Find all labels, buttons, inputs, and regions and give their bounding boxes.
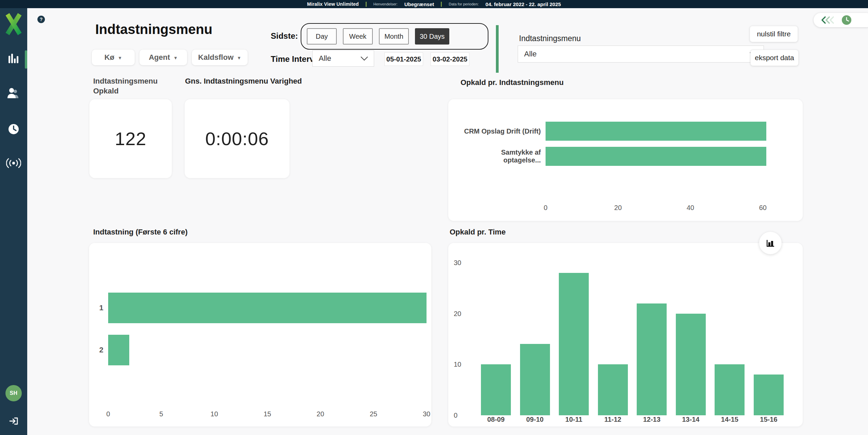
chart-calls-per-menu: CRM Opslag Drift (Drift)Samtykke af opta… xyxy=(448,99,803,221)
y-axis: 0102030 xyxy=(454,263,467,415)
chevron-down-icon: ▼ xyxy=(173,55,178,60)
x-axis-tick: 15 xyxy=(264,410,271,418)
sidste-label: Sidste: xyxy=(271,31,298,41)
x-axis-label: 10-11 xyxy=(559,416,589,426)
kpi-value: 122 xyxy=(89,99,172,178)
active-nav-indicator xyxy=(25,50,27,69)
kpi-value: 0:00:06 xyxy=(185,99,289,178)
bar-chart-icon xyxy=(7,53,20,64)
double-chevron-left-icon xyxy=(821,16,837,24)
x-axis-tick: 0 xyxy=(544,204,547,212)
kpi-card-calls: 122 xyxy=(89,99,172,178)
help-button[interactable]: ? xyxy=(37,16,45,23)
collapse-panel-button[interactable] xyxy=(814,13,868,27)
menu-filter-label: Indtastningsmenu xyxy=(519,34,581,43)
bar xyxy=(546,122,766,141)
topbar-divider xyxy=(366,2,367,7)
sidebar-item-agents[interactable] xyxy=(0,84,27,102)
sidebar-item-live[interactable] xyxy=(0,154,27,172)
x-axis-tick: 25 xyxy=(370,410,377,418)
x-axis-tick: 5 xyxy=(159,410,163,418)
menu-filter-select[interactable]: Alle xyxy=(518,46,764,63)
x-axis-label: 14-15 xyxy=(715,416,745,426)
time-interval-value: Alle xyxy=(319,54,331,63)
bar xyxy=(520,344,550,415)
chart-title: Opkald pr. Indtastningsmenu xyxy=(461,78,564,87)
x-axis-label: 12-13 xyxy=(637,416,667,426)
page-title: Indtastningsmenu xyxy=(95,22,212,37)
miralix-logo[interactable] xyxy=(4,13,23,35)
y-axis-tick: 20 xyxy=(454,310,461,317)
bar xyxy=(546,147,766,166)
top-bar: Miralix View Unlimited Henvendelser: Ube… xyxy=(0,0,868,8)
bar xyxy=(481,364,511,415)
brand-title: Miralix View Unlimited xyxy=(307,1,359,7)
bar xyxy=(715,364,745,415)
bar-row: CRM Opslag Drift (Drift) xyxy=(462,122,781,141)
avatar[interactable]: SH xyxy=(5,385,22,401)
chevron-down-icon xyxy=(360,56,368,61)
kpi-label: Gns. Indtastningsmenu Varighed xyxy=(185,76,302,86)
accent-divider xyxy=(496,25,499,73)
range-button-day[interactable]: Day xyxy=(307,28,337,45)
reset-filters-button[interactable]: nulstil filtre xyxy=(750,26,798,42)
bar-rows: 12 xyxy=(96,293,427,377)
x-axis-label: 13-14 xyxy=(676,416,706,426)
broadcast-icon xyxy=(6,158,21,169)
sidebar-item-statistics[interactable] xyxy=(0,50,27,67)
x-axis-tick: 40 xyxy=(687,204,694,212)
plot-area xyxy=(481,263,784,415)
range-button-30-days[interactable]: 30 Days xyxy=(415,28,449,45)
clock-icon xyxy=(8,123,19,135)
range-button-month[interactable]: Month xyxy=(379,28,409,45)
bar-chart-icon xyxy=(765,238,775,248)
date-from-value: 05-01-2025 xyxy=(386,55,421,63)
range-button-week[interactable]: Week xyxy=(343,28,373,45)
menu-filter-value: Alle xyxy=(524,50,537,58)
bar xyxy=(754,375,784,415)
chevron-down-icon: ▼ xyxy=(118,55,122,60)
main-content: ? Indtastningsmenu Kø▼Agent▼Kaldsflow▼ S… xyxy=(27,8,868,435)
range-button-group: DayWeekMonth30 Days xyxy=(301,23,488,50)
avatar-initials: SH xyxy=(10,390,17,396)
time-interval-select[interactable]: Alle xyxy=(312,50,374,67)
date-to-input[interactable]: 03-02-2025 xyxy=(431,52,469,66)
logout-icon[interactable] xyxy=(9,416,19,426)
sidebar-item-time[interactable] xyxy=(0,120,27,138)
bar xyxy=(598,364,628,415)
kpi-label: Indtastningsmenu Opkald xyxy=(93,76,161,96)
chart-type-toggle-button[interactable] xyxy=(759,232,782,254)
bar xyxy=(559,273,589,415)
clock-icon xyxy=(841,15,852,25)
bar xyxy=(108,293,427,323)
export-data-button[interactable]: eksport data xyxy=(750,50,799,66)
bar-row: 2 xyxy=(96,335,427,365)
chart-title: Indtastning (Første 6 cifre) xyxy=(93,228,187,237)
bar-row: Samtykke af optagelse... xyxy=(462,147,781,166)
period-label: Data for perioden: xyxy=(449,2,479,6)
x-axis-label: 15-16 xyxy=(754,416,784,426)
filter-pill-label: Kø xyxy=(104,53,114,62)
bar-category-label: Samtykke af optagelse... xyxy=(462,149,541,164)
y-axis-tick: 10 xyxy=(454,361,461,368)
filter-pill-agent[interactable]: Agent▼ xyxy=(139,50,187,65)
x-axis-label: 11-12 xyxy=(598,416,628,426)
chevron-down-icon: ▼ xyxy=(237,55,241,60)
x-axis: 08-0909-1010-1111-1212-1313-1414-1515-16 xyxy=(481,416,784,426)
date-from-input[interactable]: 05-01-2025 xyxy=(384,52,423,66)
x-axis-tick: 0 xyxy=(106,410,110,418)
bar-row: 1 xyxy=(96,293,427,323)
x-axis-tick: 10 xyxy=(211,410,218,418)
x-axis: 051015202530 xyxy=(96,410,427,419)
chart-calls-per-hour: 0102030 08-0909-1010-1111-1212-1313-1414… xyxy=(448,243,803,427)
x-axis-label: 09-10 xyxy=(520,416,550,426)
x-axis-tick: 30 xyxy=(423,410,430,418)
y-axis-tick: 30 xyxy=(454,259,461,267)
filter-pill-kø[interactable]: Kø▼ xyxy=(92,50,135,65)
sidebar: SH xyxy=(0,8,27,435)
requests-value: Ubegrænset xyxy=(404,1,434,7)
filter-pill-kaldsflow[interactable]: Kaldsflow▼ xyxy=(192,50,248,65)
bar-category-label: 2 xyxy=(96,346,103,354)
x-axis-label: 08-09 xyxy=(481,416,511,426)
bar-category-label: CRM Opslag Drift (Drift) xyxy=(462,127,541,135)
